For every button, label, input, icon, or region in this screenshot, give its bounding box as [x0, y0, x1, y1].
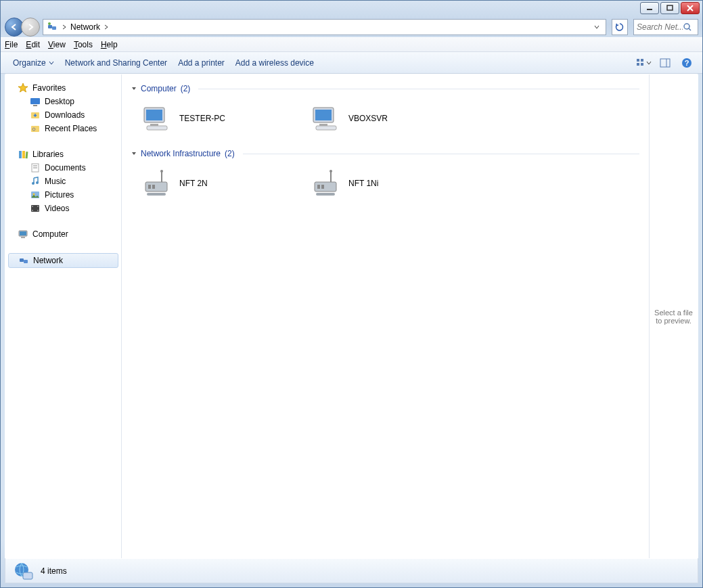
preview-text: Select a file to preview. — [654, 309, 694, 325]
breadcrumb-root-arrow[interactable] — [61, 24, 68, 30]
address-bar[interactable]: Network — [43, 19, 606, 35]
documents-label: Documents — [45, 163, 86, 173]
sidebar-item-videos[interactable]: Videos — [5, 202, 121, 215]
item-vboxsvr[interactable]: VBOXSVR — [306, 99, 461, 138]
explorer-window: Network File Edit View Tools Help Organi… — [0, 0, 703, 588]
divider — [198, 89, 639, 89]
navigation-pane: Favorites Desktop Downloads Recent Place… — [5, 74, 122, 558]
file-list[interactable]: Computer (2) TESTER-PC VBOXSVR — [122, 74, 649, 558]
menu-tools[interactable]: Tools — [74, 40, 93, 49]
menu-file[interactable]: File — [5, 40, 18, 49]
menu-edit[interactable]: Edit — [26, 40, 40, 49]
libraries-header[interactable]: Libraries — [5, 148, 121, 161]
help-button[interactable]: ? — [678, 55, 696, 71]
network-group: Network — [5, 253, 121, 268]
preview-pane: Select a file to preview. — [649, 74, 698, 558]
group-name: Computer — [141, 84, 177, 93]
downloads-label: Downloads — [45, 110, 85, 120]
search-input[interactable] — [637, 22, 683, 32]
svg-point-51 — [160, 170, 163, 173]
downloads-icon — [30, 110, 41, 120]
status-text: 4 items — [41, 566, 67, 576]
sharing-center-button[interactable]: Network and Sharing Center — [60, 52, 173, 73]
sidebar-item-downloads[interactable]: Downloads — [5, 108, 121, 122]
svg-rect-10 — [641, 59, 643, 62]
sidebar-item-computer[interactable]: Computer — [5, 227, 121, 241]
address-dropdown[interactable] — [591, 24, 603, 30]
toolbar: Organize Network and Sharing Center Add … — [1, 52, 702, 74]
sidebar-item-recent[interactable]: Recent Places — [5, 122, 121, 135]
sidebar-item-network[interactable]: Network — [8, 253, 118, 268]
preview-pane-button[interactable] — [656, 55, 674, 71]
svg-rect-5 — [52, 26, 56, 30]
svg-rect-43 — [146, 110, 162, 120]
sidebar-item-pictures[interactable]: Pictures — [5, 188, 121, 202]
svg-rect-47 — [315, 110, 332, 120]
videos-icon — [30, 203, 41, 214]
svg-rect-45 — [147, 126, 167, 130]
network-icon — [18, 255, 29, 266]
libraries-group: Libraries Documents Music Pictures Video… — [5, 148, 121, 215]
recent-icon — [30, 123, 41, 134]
search-icon — [683, 22, 692, 32]
group-name: Network Infrastructure — [141, 149, 221, 158]
svg-rect-1 — [667, 5, 673, 10]
add-printer-button[interactable]: Add a printer — [173, 52, 230, 73]
libraries-label: Libraries — [32, 150, 64, 159]
svg-rect-11 — [637, 63, 639, 66]
breadcrumb-network[interactable]: Network — [68, 20, 103, 35]
view-options-button[interactable] — [635, 55, 652, 71]
network-globe-icon — [12, 560, 34, 582]
svg-rect-60 — [321, 185, 324, 189]
svg-rect-59 — [317, 185, 320, 189]
svg-rect-9 — [637, 59, 639, 62]
music-label: Music — [45, 177, 66, 186]
star-icon — [18, 83, 28, 93]
pictures-label: Pictures — [45, 190, 74, 200]
close-button[interactable] — [681, 2, 700, 14]
favorites-header[interactable]: Favorites — [5, 81, 121, 95]
add-wireless-button[interactable]: Add a wireless device — [230, 52, 319, 73]
computer-items: TESTER-PC VBOXSVR — [131, 99, 639, 138]
menu-help[interactable]: Help — [101, 40, 118, 49]
item-label: NFT 2N — [179, 179, 208, 188]
organize-button[interactable]: Organize — [7, 52, 60, 73]
svg-rect-38 — [20, 231, 26, 235]
item-label: VBOXSVR — [348, 114, 388, 123]
nav-buttons — [5, 18, 37, 37]
sidebar-item-music[interactable]: Music — [5, 175, 121, 188]
content-area: Favorites Desktop Downloads Recent Place… — [5, 74, 698, 559]
sidebar-item-documents[interactable]: Documents — [5, 161, 121, 175]
forward-button[interactable] — [21, 18, 40, 37]
item-nft2n[interactable]: NFT 2N — [137, 164, 292, 203]
group-header-infrastructure[interactable]: Network Infrastructure (2) — [131, 149, 639, 158]
item-tester-pc[interactable]: TESTER-PC — [137, 99, 292, 138]
recent-label: Recent Places — [45, 124, 97, 133]
statusbar: 4 items — [5, 559, 698, 583]
search-box[interactable] — [633, 19, 698, 35]
documents-icon — [30, 162, 41, 173]
libraries-icon — [18, 149, 28, 160]
router-icon — [309, 167, 342, 200]
menu-view[interactable]: View — [48, 40, 66, 49]
desktop-icon — [30, 96, 41, 107]
item-nft1ni[interactable]: NFT 1Ni — [306, 164, 461, 203]
svg-rect-18 — [33, 105, 37, 106]
group-header-computer[interactable]: Computer (2) — [131, 84, 639, 93]
collapse-icon — [131, 86, 137, 91]
minimize-button[interactable] — [640, 2, 659, 14]
svg-rect-53 — [148, 185, 151, 189]
group-count: (2) — [225, 149, 235, 158]
computer-icon — [18, 229, 28, 240]
svg-rect-54 — [152, 185, 155, 189]
item-label: TESTER-PC — [179, 114, 225, 123]
desktop-label: Desktop — [45, 97, 74, 106]
chevron-down-icon — [646, 60, 652, 66]
svg-rect-12 — [641, 63, 643, 66]
breadcrumb-arrow[interactable] — [103, 24, 110, 30]
refresh-button[interactable] — [612, 19, 628, 35]
sidebar-item-desktop[interactable]: Desktop — [5, 95, 121, 108]
titlebar — [1, 1, 702, 17]
maximize-button[interactable] — [660, 2, 679, 14]
svg-rect-24 — [26, 152, 28, 158]
